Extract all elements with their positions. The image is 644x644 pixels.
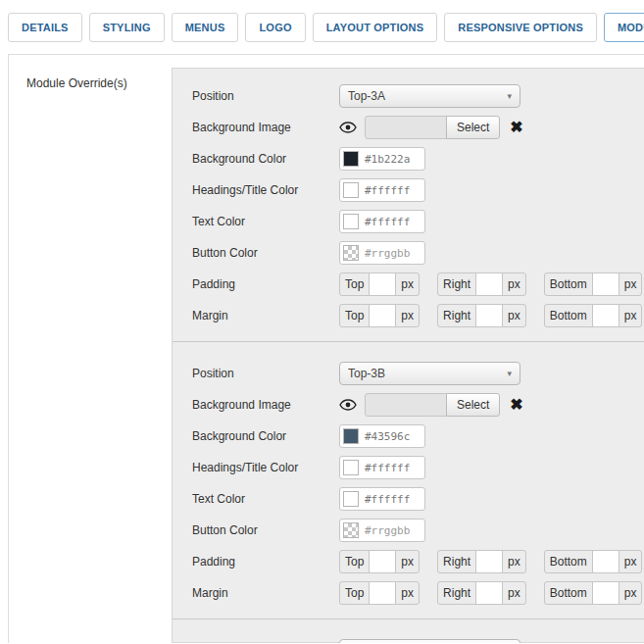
position-row: Position Top-3C ▾ [192, 639, 644, 643]
tab-module-style[interactable]: MODULE STYLE O [604, 13, 644, 42]
margin-right-input[interactable] [475, 581, 503, 605]
headings-color-row: Headings/Title Color #ffffff [192, 456, 644, 479]
transparent-swatch [343, 522, 359, 538]
padding-bottom-input[interactable] [592, 272, 619, 296]
button-color-field[interactable]: #rrggbb [339, 519, 425, 542]
override-section: Position Top-3B ▾ Background Image Selec… [173, 341, 644, 619]
color-swatch [343, 491, 359, 507]
background-image-row: Background Image Select ✖ [192, 393, 644, 417]
margin-top-input[interactable] [369, 581, 396, 605]
color-value: #ffffff [365, 462, 410, 474]
module-overrides-label: Module Override(s) [26, 76, 164, 90]
color-placeholder: #rrggbb [365, 247, 410, 260]
px-addon: px [502, 550, 526, 573]
padding-top-input[interactable] [369, 550, 396, 573]
margin-top-group: Top px [339, 581, 420, 605]
bottom-addon: Bottom [544, 581, 593, 605]
tab-details[interactable]: DETAILS [8, 13, 82, 42]
margin-right-input[interactable] [475, 304, 503, 327]
headings-color-field[interactable]: #ffffff [339, 178, 425, 202]
background-color-row: Background Color #43596c [192, 424, 644, 448]
position-select[interactable]: Top-3B ▾ [339, 362, 520, 385]
button-color-field[interactable]: #rrggbb [339, 241, 425, 265]
text-color-label: Text Color [192, 215, 339, 228]
text-color-field[interactable]: #ffffff [339, 210, 425, 233]
field-group-sidebar: Module Override(s) [9, 55, 172, 643]
select-image-button[interactable]: Select [446, 116, 500, 139]
px-addon: px [395, 304, 420, 327]
color-value: #1b222a [365, 153, 410, 166]
text-color-field[interactable]: #ffffff [339, 487, 425, 511]
clear-image-icon[interactable]: ✖ [510, 120, 522, 135]
padding-bottom-input[interactable] [592, 550, 619, 573]
text-color-row: Text Color #ffffff [192, 210, 644, 233]
tab-responsive-options[interactable]: RESPONSIVE OPTIONS [444, 13, 597, 42]
color-value: #ffffff [365, 184, 410, 197]
headings-color-field[interactable]: #ffffff [339, 456, 425, 479]
button-color-row: Button Color #rrggbb [192, 241, 644, 265]
position-row: Position Top-3B ▾ [192, 362, 644, 385]
padding-right-input[interactable] [475, 550, 503, 573]
button-color-label: Button Color [192, 246, 339, 260]
color-swatch [343, 214, 359, 229]
module-overrides-panel: Position Top-3A ▾ Background Image Selec… [172, 68, 644, 643]
px-addon: px [619, 581, 643, 605]
position-select[interactable]: Top-3C ▾ [339, 639, 520, 643]
color-swatch [343, 182, 359, 198]
padding-row: Padding Top px Right px Bottom px [192, 272, 644, 296]
margin-bottom-input[interactable] [592, 304, 619, 327]
px-addon: px [619, 550, 643, 573]
background-image-group: Select [365, 393, 500, 417]
background-color-label: Background Color [192, 152, 339, 166]
position-select[interactable]: Top-3A ▾ [339, 84, 520, 108]
bottom-addon: Bottom [544, 304, 593, 327]
tab-layout-options[interactable]: LAYOUT OPTIONS [313, 13, 438, 42]
margin-bottom-input[interactable] [592, 581, 619, 605]
bottom-addon: Bottom [544, 272, 593, 296]
px-addon: px [395, 581, 420, 605]
tab-menus[interactable]: MENUS [172, 13, 239, 42]
padding-bottom-group: Bottom px [544, 272, 643, 296]
px-addon: px [395, 550, 420, 573]
margin-row: Margin Top px Right px Bottom px [192, 304, 644, 327]
background-color-row: Background Color #1b222a [192, 147, 644, 171]
text-color-label: Text Color [192, 492, 339, 506]
tab-styling[interactable]: STYLING [89, 13, 165, 42]
px-addon: px [619, 304, 643, 327]
headings-color-row: Headings/Title Color #ffffff [192, 178, 644, 202]
px-addon: px [395, 272, 420, 296]
color-value: #ffffff [365, 216, 410, 228]
position-row: Position Top-3A ▾ [192, 84, 644, 108]
tab-bar: DETAILS STYLING MENUS LOGO LAYOUT OPTION… [0, 0, 644, 54]
background-image-input[interactable] [365, 116, 447, 139]
clear-image-icon[interactable]: ✖ [510, 397, 522, 413]
top-addon: Top [339, 304, 370, 327]
select-image-button[interactable]: Select [446, 393, 500, 417]
override-section: Position Top-3C ▾ [173, 619, 644, 643]
background-image-label: Background Image [192, 121, 339, 134]
padding-right-group: Right px [437, 272, 526, 296]
margin-top-input[interactable] [369, 304, 396, 327]
background-color-field[interactable]: #1b222a [339, 147, 425, 171]
position-value: Top-3B [348, 367, 385, 380]
margin-right-group: Right px [437, 304, 526, 327]
padding-right-input[interactable] [475, 272, 503, 296]
margin-top-group: Top px [339, 304, 420, 327]
padding-top-group: Top px [339, 272, 420, 296]
background-image-input[interactable] [365, 393, 447, 417]
padding-label: Padding [192, 277, 339, 291]
top-addon: Top [339, 550, 370, 573]
px-addon: px [502, 272, 526, 296]
tab-logo[interactable]: LOGO [245, 13, 305, 42]
padding-top-input[interactable] [369, 272, 396, 296]
top-addon: Top [339, 272, 370, 296]
padding-row: Padding Top px Right px Bottom px [192, 550, 644, 573]
margin-label: Margin [192, 309, 339, 322]
button-color-label: Button Color [192, 523, 339, 537]
color-swatch [343, 151, 359, 167]
background-color-field[interactable]: #43596c [339, 424, 425, 448]
px-addon: px [619, 272, 643, 296]
top-addon: Top [339, 581, 370, 605]
headings-color-label: Headings/Title Color [192, 461, 339, 474]
position-value: Top-3A [348, 89, 385, 103]
